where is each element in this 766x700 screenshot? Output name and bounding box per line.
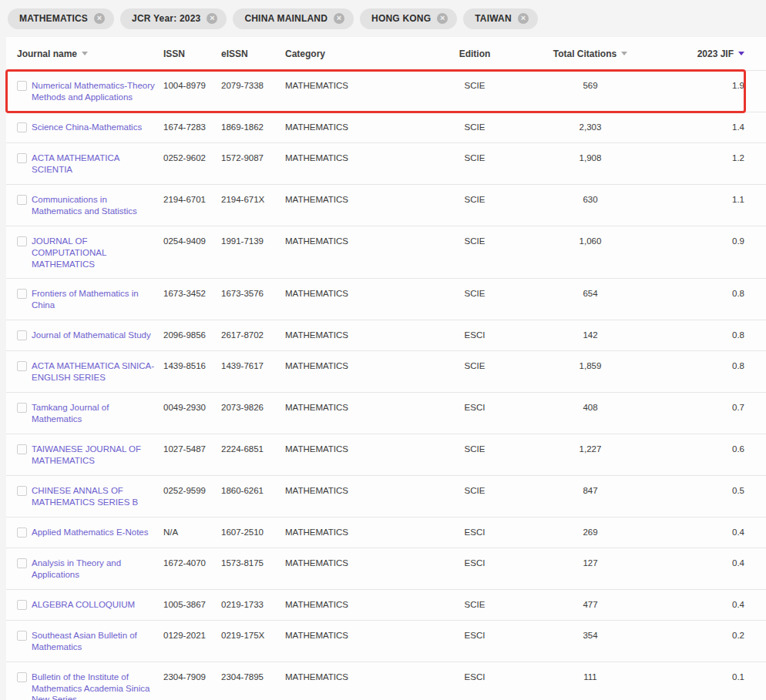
column-header-journal-name[interactable]: Journal name (17, 49, 163, 59)
checkbox-cell (17, 80, 32, 91)
row-checkbox[interactable] (17, 558, 27, 568)
total-citations-cell: 142 (513, 330, 667, 340)
journal-name-link[interactable]: ACTA MATHEMATICA SINICA-ENGLISH SERIES (32, 360, 163, 383)
table-row: JOURNAL OF COMPUTATIONAL MATHEMATICS 025… (6, 226, 766, 280)
total-citations-cell: 127 (513, 558, 667, 568)
journal-name-link[interactable]: Bulletin of the Institute of Mathematics… (32, 672, 163, 700)
jif-cell: 0.6 (667, 444, 744, 454)
checkbox-cell (17, 444, 32, 454)
journal-name-link[interactable]: Southeast Asian Bulletin of Mathematics (32, 630, 163, 653)
row-checkbox[interactable] (17, 600, 27, 610)
sort-descending-icon (621, 52, 627, 55)
jif-cell: 0.5 (667, 485, 744, 496)
table-row: CHINESE ANNALS OF MATHEMATICS SERIES B 0… (6, 476, 766, 517)
column-header-total-citations[interactable]: Total Citations (513, 49, 667, 59)
filter-chip[interactable]: HONG KONG × (360, 8, 457, 29)
total-citations-cell: 354 (513, 630, 667, 641)
remove-filter-icon[interactable]: × (518, 13, 529, 24)
checkbox-cell (17, 288, 32, 299)
journal-name-link[interactable]: ALGEBRA COLLOQUIUM (32, 599, 163, 611)
journal-name-cell: ALGEBRA COLLOQUIUM (32, 599, 163, 611)
edition-cell: ESCI (436, 527, 513, 538)
filter-chip-label: MATHEMATICS (19, 13, 88, 24)
table-row: Science China-Mathematics 1674-7283 1869… (6, 112, 766, 143)
row-checkbox[interactable] (17, 289, 27, 299)
jif-cell: 1.9 (667, 80, 744, 91)
journal-name-cell: Frontiers of Mathematics in China (32, 288, 163, 311)
remove-filter-icon[interactable]: × (207, 13, 217, 24)
journal-name-link[interactable]: TAIWANESE JOURNAL OF MATHEMATICS (32, 444, 163, 467)
column-header-label: Journal name (17, 49, 77, 59)
journal-name-link[interactable]: Journal of Mathematical Study (32, 330, 163, 341)
sort-descending-active-icon (738, 52, 744, 55)
table-row: Analysis in Theory and Applications 1672… (6, 548, 766, 590)
issn-cell: 2096-9856 (163, 330, 221, 340)
eissn-cell: 2079-7338 (221, 80, 285, 91)
issn-cell: 0129-2021 (163, 630, 221, 641)
total-citations-cell: 654 (513, 288, 667, 299)
checkbox-cell (17, 360, 32, 371)
journal-name-cell: ACTA MATHEMATICA SCIENTIA (32, 152, 163, 176)
row-checkbox[interactable] (17, 403, 27, 413)
issn-cell: 0254-9409 (163, 236, 221, 246)
journal-name-link[interactable]: Numerical Mathematics-Theory Methods and… (32, 80, 163, 103)
row-checkbox[interactable] (17, 631, 27, 641)
edition-cell: ESCI (436, 672, 513, 682)
filter-chip[interactable]: JCR Year: 2023 × (120, 8, 227, 29)
row-checkbox[interactable] (17, 81, 27, 91)
row-checkbox[interactable] (17, 672, 27, 682)
filter-bar: MATHEMATICS × JCR Year: 2023 × CHINA MAI… (0, 0, 766, 37)
row-checkbox[interactable] (17, 122, 27, 132)
eissn-cell: 1439-7617 (221, 360, 285, 371)
filter-chip[interactable]: MATHEMATICS × (8, 8, 114, 29)
eissn-cell: 2304-7895 (221, 672, 285, 682)
jif-cell: 0.8 (667, 360, 744, 371)
table-row: Tamkang Journal of Mathematics 0049-2930… (6, 393, 766, 434)
row-checkbox[interactable] (17, 486, 27, 496)
category-cell: MATHEMATICS (285, 288, 436, 299)
journal-name-link[interactable]: CHINESE ANNALS OF MATHEMATICS SERIES B (32, 485, 163, 508)
row-checkbox[interactable] (17, 528, 27, 538)
journal-name-link[interactable]: Frontiers of Mathematics in China (32, 288, 163, 311)
journal-name-link[interactable]: Analysis in Theory and Applications (32, 558, 163, 581)
total-citations-cell: 111 (513, 672, 667, 682)
journal-name-cell: ACTA MATHEMATICA SINICA-ENGLISH SERIES (32, 360, 163, 383)
row-checkbox[interactable] (17, 444, 27, 454)
eissn-cell: 2073-9826 (221, 402, 285, 413)
issn-cell: N/A (163, 527, 221, 538)
row-checkbox[interactable] (17, 330, 27, 340)
table-row: Communications in Mathematics and Statis… (6, 185, 766, 226)
issn-cell: 0049-2930 (163, 402, 221, 413)
journal-name-cell: JOURNAL OF COMPUTATIONAL MATHEMATICS (32, 236, 163, 270)
journal-name-link[interactable]: Communications in Mathematics and Statis… (32, 194, 163, 217)
category-cell: MATHEMATICS (285, 630, 436, 641)
column-header-2023-jif[interactable]: 2023 JIF (667, 49, 744, 59)
table-row: TAIWANESE JOURNAL OF MATHEMATICS 1027-54… (6, 434, 766, 476)
journal-name-link[interactable]: Applied Mathematics E-Notes (32, 527, 163, 538)
remove-filter-icon[interactable]: × (437, 13, 448, 24)
row-checkbox[interactable] (17, 153, 27, 163)
jif-cell: 0.2 (667, 630, 744, 641)
journal-name-link[interactable]: JOURNAL OF COMPUTATIONAL MATHEMATICS (32, 236, 163, 270)
row-checkbox[interactable] (17, 195, 27, 205)
journal-name-link[interactable]: ACTA MATHEMATICA SCIENTIA (32, 152, 163, 176)
remove-filter-icon[interactable]: × (94, 13, 105, 24)
journal-name-link[interactable]: Science China-Mathematics (32, 122, 163, 133)
total-citations-cell: 630 (513, 194, 667, 205)
filter-chip[interactable]: CHINA MAINLAND × (233, 8, 354, 29)
checkbox-cell (17, 527, 32, 538)
row-checkbox[interactable] (17, 236, 27, 246)
total-citations-cell: 1,908 (513, 152, 667, 163)
journal-name-cell: Applied Mathematics E-Notes (32, 527, 163, 538)
journal-name-link[interactable]: Tamkang Journal of Mathematics (32, 402, 163, 425)
total-citations-cell: 477 (513, 599, 667, 610)
filter-chip[interactable]: TAIWAN × (463, 8, 538, 29)
category-cell: MATHEMATICS (285, 485, 436, 496)
jif-cell: 1.1 (667, 194, 744, 205)
row-checkbox[interactable] (17, 361, 27, 371)
checkbox-cell (17, 402, 32, 413)
edition-cell: SCIE (436, 122, 513, 132)
filter-chip-label: JCR Year: 2023 (132, 13, 200, 24)
category-cell: MATHEMATICS (285, 527, 436, 538)
remove-filter-icon[interactable]: × (334, 13, 344, 24)
